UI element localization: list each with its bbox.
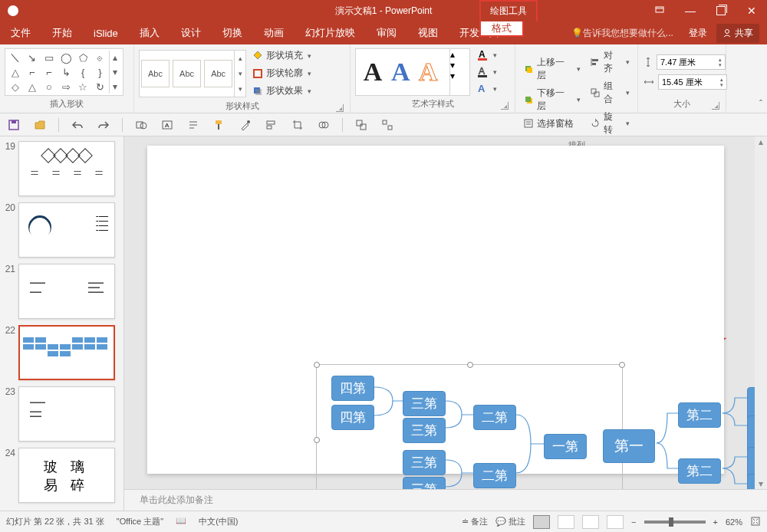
- bring-forward-button[interactable]: 上移一层▾: [520, 54, 584, 84]
- shapes-gallery[interactable]: ＼↘▭◯⬠⟐ ▴▾▾ △⌐⌐↳{} ◇△○⇨☆↻: [5, 48, 123, 96]
- fit-to-window-button[interactable]: [750, 516, 761, 528]
- svg-rect-14: [525, 97, 531, 102]
- spellcheck-icon[interactable]: 📖: [176, 516, 186, 527]
- diagram-node[interactable]: 二第: [473, 405, 516, 430]
- diagram-node[interactable]: 四第: [331, 405, 374, 430]
- thumbnail-23[interactable]: 23 ▬▬▬▬▬▬▬▬▬▬: [3, 386, 120, 442]
- tab-islide[interactable]: iSlide: [83, 21, 129, 44]
- tab-design[interactable]: 设计: [170, 21, 212, 44]
- thumb-num: 21: [3, 264, 18, 319]
- undo-icon[interactable]: [70, 117, 85, 133]
- slideshow-view-button[interactable]: [607, 515, 624, 529]
- ribbon-options-icon[interactable]: [644, 0, 675, 21]
- notes-toggle[interactable]: ≐ 备注: [462, 516, 488, 527]
- align-button[interactable]: 对齐▾: [587, 48, 633, 77]
- diagram-node[interactable]: 第一: [603, 429, 655, 463]
- shape-style-gallery[interactable]: Abc Abc Abc ▴▾▾: [139, 50, 246, 97]
- zoom-out-button[interactable]: −: [631, 517, 636, 527]
- signin-link[interactable]: 登录: [689, 27, 707, 40]
- quick-access-toolbar: A: [0, 113, 767, 136]
- style-preset-3[interactable]: Abc: [204, 60, 232, 87]
- autosave-icon[interactable]: [8, 5, 18, 16]
- tab-transitions[interactable]: 切换: [212, 21, 253, 44]
- diagram-node[interactable]: 二第: [473, 463, 516, 488]
- size-dialog-icon[interactable]: [712, 102, 719, 110]
- qat-textbox-icon[interactable]: A: [160, 117, 175, 133]
- normal-view-button[interactable]: [533, 515, 550, 529]
- zoom-in-button[interactable]: +: [713, 517, 718, 527]
- thumbnail-24[interactable]: 24 玻 璃 易 碎: [3, 448, 120, 503]
- svg-rect-43: [383, 120, 387, 124]
- qat-crop-icon[interactable]: [290, 117, 305, 133]
- close-button[interactable]: ✕: [736, 0, 767, 21]
- share-button[interactable]: 共享: [716, 24, 759, 43]
- thumbnail-19[interactable]: 19 ▬▬▬▬▬▬▬▬▬▬▬▬▬▬▬▬▬▬▬▬▬▬▬▬: [3, 141, 120, 196]
- style-preset-1[interactable]: Abc: [141, 60, 170, 87]
- diagram-node[interactable]: 一第: [544, 434, 587, 459]
- qat-merge-icon[interactable]: [316, 117, 331, 133]
- height-input[interactable]: 7.47 厘米▴▾: [657, 54, 726, 70]
- qat-shapes-icon[interactable]: [133, 117, 149, 133]
- comments-toggle[interactable]: 💬 批注: [495, 516, 525, 527]
- qat-eyedropper-icon[interactable]: [238, 117, 253, 133]
- tell-me-search[interactable]: 💡 告诉我您想要做什么...: [571, 21, 673, 44]
- tab-slideshow[interactable]: 幻灯片放映: [295, 21, 366, 44]
- send-backward-button[interactable]: 下移一层▾: [520, 85, 584, 114]
- shape-fill-button[interactable]: 形状填充▾: [249, 48, 314, 64]
- tab-format[interactable]: 格式: [479, 21, 524, 37]
- reading-view-button[interactable]: [582, 515, 599, 529]
- text-effects-button[interactable]: A▾: [473, 81, 500, 97]
- thumbnail-20[interactable]: 20 ▬ ▬▬▬▬▬ ▬▬▬▬▬ ▬▬▬▬▬ ▬▬▬▬: [3, 202, 120, 258]
- diagram-node[interactable]: 第二: [678, 402, 721, 428]
- tab-file[interactable]: 文件: [0, 21, 41, 44]
- style-preset-2[interactable]: Abc: [173, 60, 201, 87]
- open-icon[interactable]: [32, 117, 48, 133]
- notes-placeholder[interactable]: 单击此处添加备注: [124, 489, 767, 511]
- tab-insert[interactable]: 插入: [129, 21, 170, 44]
- tab-home[interactable]: 开始: [41, 21, 83, 44]
- text-fill-button[interactable]: A▾: [473, 48, 500, 63]
- tab-view[interactable]: 视图: [407, 21, 449, 44]
- qat-group-icon[interactable]: [354, 117, 369, 133]
- sorter-view-button[interactable]: [558, 515, 574, 529]
- shape-styles-dialog-icon[interactable]: [336, 104, 344, 112]
- zoom-slider[interactable]: [644, 521, 706, 524]
- wordart-preset-3[interactable]: A: [419, 57, 438, 87]
- slide-thumbnails-pane[interactable]: 19 ▬▬▬▬▬▬▬▬▬▬▬▬▬▬▬▬▬▬▬▬▬▬▬▬ 20 ▬ ▬▬▬▬▬ ▬…: [0, 136, 124, 511]
- tab-review[interactable]: 审阅: [366, 21, 407, 44]
- shape-outline-button[interactable]: 形状轮廓▾: [249, 65, 314, 81]
- text-outline-button[interactable]: A▾: [473, 64, 500, 80]
- wordart-preset-1[interactable]: A: [364, 57, 383, 87]
- redo-icon[interactable]: [96, 117, 111, 133]
- wordart-dialog-icon[interactable]: [501, 102, 509, 110]
- diagram-node[interactable]: 三第: [403, 450, 446, 475]
- minimize-button[interactable]: —: [675, 0, 706, 21]
- wordart-gallery[interactable]: A A A ▴▾▾: [355, 48, 470, 96]
- diagram-node[interactable]: 三第: [403, 477, 446, 489]
- qat-ungroup-icon[interactable]: [380, 117, 395, 133]
- rotate-button[interactable]: 旋转▾: [587, 109, 633, 138]
- vertical-scrollbar[interactable]: ▴ ▾: [755, 136, 767, 489]
- qat-paragraph-icon[interactable]: [186, 117, 201, 133]
- diagram-node[interactable]: 三第: [403, 391, 446, 416]
- qat-format-painter-icon[interactable]: [212, 117, 227, 133]
- zoom-level[interactable]: 62%: [726, 517, 742, 527]
- tab-animations[interactable]: 动画: [253, 21, 295, 44]
- language-indicator[interactable]: 中文(中国): [199, 516, 238, 527]
- diagram-node[interactable]: 第二: [678, 458, 721, 484]
- restore-button[interactable]: [706, 0, 736, 21]
- slide-canvas[interactable]: 不再是SmartArt图形了 ↻ 四第 四第 三第: [124, 136, 767, 489]
- collapse-ribbon-icon[interactable]: ˆ: [759, 99, 762, 110]
- group-button[interactable]: 组合▾: [587, 78, 633, 107]
- wordart-preset-2[interactable]: A: [391, 57, 410, 87]
- shape-effects-button[interactable]: 形状效果▾: [249, 83, 314, 99]
- width-input[interactable]: 15.45 厘米▴▾: [658, 74, 727, 90]
- selection-pane-button[interactable]: 选择窗格: [520, 116, 584, 132]
- height-value: 7.47 厘米: [660, 57, 696, 68]
- diagram-node[interactable]: 三第: [403, 418, 446, 443]
- save-icon[interactable]: [6, 117, 21, 133]
- thumbnail-22[interactable]: 22: [3, 325, 120, 380]
- thumbnail-21[interactable]: 21 ▬▬▬▬▬▬▬▬▬▬▬▬▬▬▬▬▬▬: [3, 264, 120, 319]
- diagram-node[interactable]: 四第: [331, 376, 374, 401]
- qat-align-icon[interactable]: [264, 117, 279, 133]
